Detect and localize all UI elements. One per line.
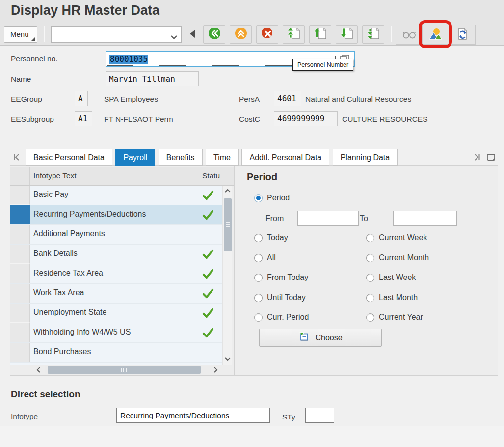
radio-current-week[interactable]: Current Week [366, 233, 427, 242]
row-selector[interactable] [10, 205, 30, 224]
page-down-button[interactable] [336, 25, 358, 44]
table-row[interactable]: Unemployment State [10, 304, 222, 323]
check-icon [202, 268, 214, 282]
row-selector[interactable] [10, 264, 30, 283]
table-row[interactable]: Work Tax Area [10, 284, 222, 304]
exit-button[interactable] [230, 25, 252, 44]
infotype-input[interactable]: Recurring Payments/Deductions [116, 408, 270, 423]
sap-window: Display HR Master Data Menu [0, 0, 504, 447]
costc-field[interactable]: 4699999999 [274, 111, 338, 126]
radio-icon[interactable] [366, 294, 374, 302]
radio-icon[interactable] [366, 234, 374, 242]
last-page-icon [367, 27, 380, 42]
command-input[interactable] [53, 28, 168, 41]
check-icon [202, 327, 214, 341]
page-up-button[interactable] [309, 25, 331, 44]
first-page-icon [287, 27, 301, 42]
selector-column-header [10, 167, 30, 185]
table-row[interactable]: Bank Details [10, 245, 222, 264]
toolbar-separator [391, 26, 391, 42]
scroll-up-icon[interactable] [224, 188, 231, 193]
refresh-button[interactable] [449, 25, 476, 45]
row-selector[interactable] [10, 343, 30, 362]
footer: SAP [0, 426, 504, 447]
row-selector[interactable] [10, 245, 30, 264]
tab-payroll[interactable]: Payroll [115, 149, 155, 166]
personnel-number-tooltip: Personnel Number [292, 59, 353, 71]
table-row[interactable]: Additional Payments [10, 225, 222, 245]
infotype-text-column-header: Infotype Text [33, 171, 77, 180]
radio-icon[interactable] [254, 294, 263, 302]
refresh-icon [455, 27, 469, 43]
vertical-scrollbar[interactable] [222, 186, 232, 365]
radio-curr-period[interactable]: Curr. Period [254, 313, 309, 322]
new-window-icon[interactable] [486, 152, 497, 164]
sty-input[interactable] [305, 408, 334, 423]
collapse-toolbar-arrow[interactable] [190, 30, 195, 38]
radio-until-today[interactable]: Until Today [254, 293, 306, 302]
eesubgroup-text: FT N-FLSAOT Perm [104, 115, 173, 124]
tab-planning-data[interactable]: Planning Data [333, 149, 398, 166]
radio-icon[interactable] [366, 274, 374, 282]
command-field[interactable] [51, 26, 182, 43]
radio-period[interactable]: Period [254, 194, 290, 202]
vertical-scrollbar-thumb[interactable] [224, 198, 232, 251]
horizontal-scrollbar-thumb[interactable] [48, 366, 201, 374]
cancel-button[interactable] [256, 25, 278, 44]
tab-strip: Basic Personal Data Payroll Benefits Tim… [26, 149, 398, 166]
from-label: From [265, 214, 284, 223]
back-button[interactable] [203, 25, 225, 44]
radio-current-month[interactable]: Current Month [366, 253, 429, 262]
toolbar-separator [44, 26, 44, 42]
radio-icon[interactable] [254, 274, 263, 282]
eegroup-field[interactable]: A [75, 91, 88, 106]
radio-icon[interactable] [366, 313, 374, 322]
infotype-table-header: Infotype Text Statu [10, 167, 234, 186]
radio-today[interactable]: Today [254, 233, 288, 242]
tab-basic-personal-data[interactable]: Basic Personal Data [26, 149, 112, 166]
table-row[interactable]: Bond Purchases [10, 343, 222, 363]
radio-icon[interactable] [254, 194, 263, 202]
from-date-input[interactable] [297, 211, 359, 226]
row-selector[interactable] [10, 225, 30, 244]
tab-scroll-left-icon[interactable] [12, 152, 22, 164]
name-label: Name [11, 75, 31, 84]
table-row[interactable]: Residence Tax Area [10, 264, 222, 284]
radio-icon[interactable] [254, 254, 263, 262]
tab-time[interactable]: Time [206, 149, 239, 166]
glasses-icon [402, 28, 417, 41]
tab-scroll-right-icon[interactable] [472, 152, 482, 164]
row-selector[interactable] [10, 323, 30, 342]
infotype-table-body: Basic Pay Recurring Payments/Deductions … [10, 186, 222, 365]
table-row[interactable]: Withholding Info W4/W5 US [10, 323, 222, 343]
direct-selection-rule [10, 404, 498, 404]
radio-current-year[interactable]: Current Year [366, 313, 423, 322]
first-page-button[interactable] [283, 25, 305, 44]
tab-addtl-personal-data[interactable]: Addtl. Personal Data [241, 149, 329, 166]
persa-field[interactable]: 4601 [274, 91, 301, 106]
radio-all[interactable]: All [254, 253, 276, 262]
radio-icon[interactable] [254, 313, 263, 322]
chevron-down-icon[interactable] [171, 33, 177, 42]
row-selector[interactable] [10, 284, 30, 303]
tab-benefits[interactable]: Benefits [159, 149, 203, 166]
to-date-input[interactable] [393, 211, 457, 226]
last-page-button[interactable] [362, 25, 384, 44]
radio-last-week[interactable]: Last Week [366, 273, 416, 282]
choose-button[interactable]: Choose [259, 329, 382, 347]
check-icon [202, 189, 214, 204]
radio-icon[interactable] [366, 254, 374, 262]
row-selector[interactable] [10, 186, 30, 205]
scroll-left-icon[interactable] [36, 366, 41, 373]
radio-from-today[interactable]: From Today [254, 273, 308, 282]
eesubgroup-field[interactable]: A1 [75, 111, 92, 126]
scroll-down-icon[interactable] [224, 357, 231, 362]
radio-icon[interactable] [254, 234, 263, 242]
table-row[interactable]: Basic Pay [10, 186, 222, 205]
menu-button[interactable]: Menu [4, 26, 37, 43]
row-selector[interactable] [10, 304, 30, 323]
scroll-right-icon[interactable] [213, 366, 218, 373]
name-field[interactable]: Marvin Tillman [106, 71, 199, 86]
radio-last-month[interactable]: Last Month [366, 293, 418, 302]
table-row-selected[interactable]: Recurring Payments/Deductions [10, 205, 222, 225]
